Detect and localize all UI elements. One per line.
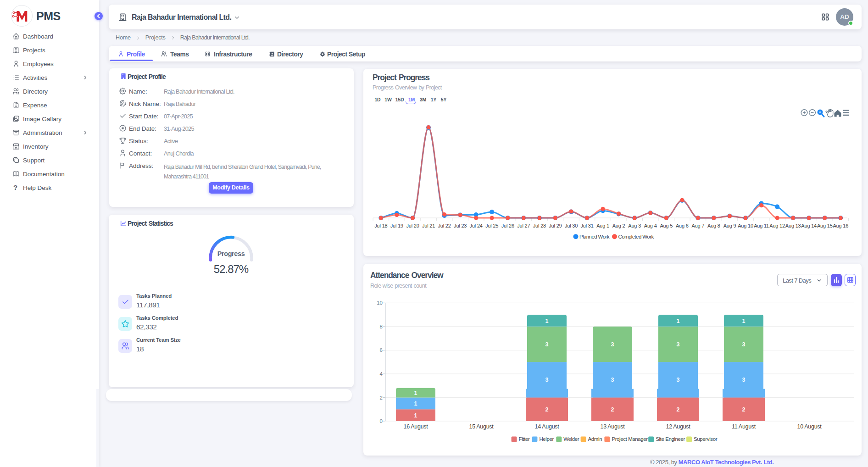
- svg-text:15 August: 15 August: [469, 423, 494, 430]
- svg-text:1: 1: [545, 318, 549, 324]
- svg-text:10: 10: [377, 300, 383, 306]
- svg-text:Completed Work: Completed Work: [618, 234, 654, 239]
- svg-text:Jul 30: Jul 30: [565, 223, 578, 228]
- svg-text:1: 1: [677, 318, 680, 324]
- svg-text:3: 3: [677, 341, 680, 348]
- svg-text:2: 2: [380, 395, 383, 400]
- svg-text:Jul 22: Jul 22: [438, 223, 451, 228]
- svg-text:3: 3: [742, 377, 746, 383]
- svg-text:1: 1: [414, 412, 417, 419]
- svg-text:2: 2: [611, 406, 614, 413]
- svg-text:11 August: 11 August: [732, 423, 756, 430]
- svg-text:Jul 28: Jul 28: [533, 223, 546, 228]
- svg-text:3: 3: [677, 377, 680, 383]
- svg-text:1: 1: [414, 400, 417, 407]
- svg-text:Jul 25: Jul 25: [485, 223, 498, 228]
- svg-text:Project Manager: Project Manager: [612, 436, 648, 442]
- svg-text:6: 6: [380, 347, 383, 353]
- svg-text:Jul 27: Jul 27: [517, 223, 530, 228]
- svg-text:Jul 24: Jul 24: [470, 223, 483, 228]
- svg-text:Welder: Welder: [563, 436, 579, 442]
- svg-text:2: 2: [677, 406, 680, 413]
- svg-text:Aug 12: Aug 12: [769, 223, 785, 228]
- svg-text:Aug 11: Aug 11: [754, 223, 769, 228]
- svg-text:Fitter: Fitter: [519, 436, 530, 442]
- svg-text:2: 2: [545, 406, 549, 413]
- svg-text:Jul 19: Jul 19: [390, 223, 403, 228]
- svg-text:Aug 9: Aug 9: [723, 223, 736, 228]
- svg-text:Aug 14: Aug 14: [801, 223, 817, 228]
- svg-text:Planned Work: Planned Work: [579, 234, 610, 239]
- svg-text:3: 3: [611, 377, 614, 383]
- svg-text:14 August: 14 August: [535, 423, 560, 430]
- svg-text:3: 3: [545, 341, 549, 348]
- svg-text:Aug 7: Aug 7: [692, 223, 705, 228]
- svg-text:Aug 3: Aug 3: [628, 223, 641, 228]
- svg-text:0: 0: [380, 418, 383, 424]
- svg-text:Admin: Admin: [588, 436, 602, 442]
- svg-text:Site Engineer: Site Engineer: [656, 436, 685, 442]
- svg-text:Aug 6: Aug 6: [676, 223, 689, 228]
- svg-text:Jul 29: Jul 29: [549, 223, 562, 228]
- svg-text:Supervisor: Supervisor: [694, 436, 718, 442]
- svg-text:4: 4: [380, 371, 383, 377]
- svg-text:Aug 16: Aug 16: [833, 223, 848, 228]
- svg-text:Aug 13: Aug 13: [785, 223, 801, 228]
- svg-text:1: 1: [414, 390, 417, 396]
- svg-text:Jul 23: Jul 23: [454, 223, 467, 228]
- svg-text:2: 2: [742, 406, 746, 413]
- svg-text:Jul 20: Jul 20: [406, 223, 419, 228]
- svg-text:Aug 5: Aug 5: [660, 223, 673, 228]
- svg-text:Aug 1: Aug 1: [596, 223, 609, 228]
- svg-text:8: 8: [380, 324, 383, 329]
- svg-text:Aug 2: Aug 2: [612, 223, 625, 228]
- svg-text:Jul 18: Jul 18: [374, 223, 387, 228]
- svg-text:Jul 31: Jul 31: [580, 223, 593, 228]
- svg-text:Aug 8: Aug 8: [707, 223, 720, 228]
- svg-text:10 August: 10 August: [797, 423, 822, 430]
- svg-text:3: 3: [742, 341, 746, 348]
- svg-text:1: 1: [742, 318, 746, 324]
- svg-text:16 August: 16 August: [404, 423, 428, 430]
- svg-text:Aug 10: Aug 10: [738, 223, 753, 228]
- svg-text:Aug 4: Aug 4: [644, 223, 657, 228]
- svg-text:12 August: 12 August: [666, 423, 691, 430]
- svg-text:3: 3: [545, 377, 549, 383]
- svg-text:3: 3: [611, 341, 614, 348]
- svg-text:Helper: Helper: [539, 436, 554, 442]
- svg-text:13 August: 13 August: [601, 423, 625, 430]
- svg-text:Jul 21: Jul 21: [422, 223, 435, 228]
- svg-text:Aug 15: Aug 15: [817, 223, 833, 228]
- svg-text:Jul 26: Jul 26: [501, 223, 514, 228]
